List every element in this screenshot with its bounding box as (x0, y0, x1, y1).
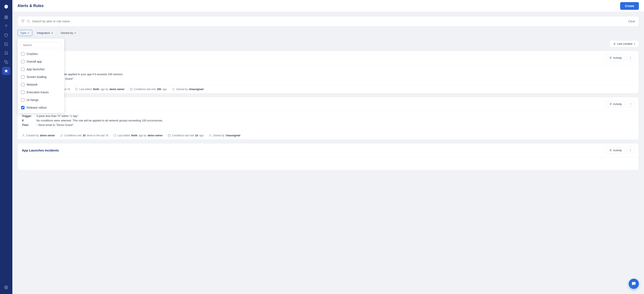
main-content: Alerts & Rules Create Clear Type I (12, 0, 644, 294)
dropdown-item-label: Release rollout (26, 106, 46, 109)
bookmark-icon[interactable] (2, 49, 10, 57)
dropdown-item-app-launches[interactable]: App launches (18, 66, 64, 73)
clock-icon-2 (113, 134, 116, 137)
alert-card-header-1: App Launches Incidents Activity ⋮ (18, 97, 639, 111)
alert-card-body-1: Trigger A pack less than "0" within "1 d… (18, 111, 639, 131)
list-icon-0 (609, 56, 612, 59)
check-square-icon[interactable] (2, 40, 10, 48)
checkbox-app-launches[interactable] (21, 68, 24, 71)
dropdown-search-input[interactable] (20, 42, 62, 48)
svg-marker-11 (5, 70, 8, 72)
dropdown-item-ui-hangs[interactable]: UI hangs (18, 96, 64, 104)
svg-marker-13 (21, 20, 24, 22)
chat-bubble[interactable] (629, 279, 639, 289)
svg-point-52 (210, 134, 211, 136)
calendar-icon (130, 88, 133, 91)
svg-rect-3 (6, 18, 8, 19)
svg-point-14 (27, 20, 30, 22)
dropdown-item-overall-app[interactable]: Overall app (18, 58, 64, 66)
checkbox-release-rollout[interactable] (21, 106, 24, 109)
alert-card-actions-1: Activity ⋮ (606, 100, 634, 107)
svg-point-12 (6, 287, 7, 288)
trigger-row: Trigger within "7 days". (22, 68, 634, 71)
chat-icon (632, 282, 636, 286)
more-options-button-1[interactable]: ⋮ (627, 100, 634, 107)
dropdown-search-container (18, 40, 64, 50)
activity-button-2[interactable]: Activity (606, 147, 625, 154)
type-filter-button[interactable]: Type (18, 30, 32, 36)
clock-icon (75, 88, 78, 91)
alert-card-actions-2: Activity ⋮ (606, 147, 634, 154)
settings-gear-icon[interactable] (2, 283, 10, 292)
alert-card-body-2 (18, 157, 639, 170)
dropdown-item-label: Screen loading (26, 75, 46, 78)
svg-point-43 (23, 134, 24, 136)
alerts-list: Network Incidents Activity ⋮ Trigger wit… (18, 51, 639, 170)
integration-filter-button[interactable]: Integration (34, 30, 56, 36)
svg-point-36 (173, 88, 174, 89)
dropdown-item-label: App launches (26, 68, 45, 71)
dashboard-icon[interactable] (2, 13, 10, 21)
more-options-button-0[interactable]: ⋮ (627, 54, 634, 61)
sort-button[interactable]: Last created (610, 40, 639, 47)
filter-icon[interactable] (2, 22, 10, 30)
created-by-item: Created by demo owner (22, 134, 55, 137)
checkbox-execution-traces[interactable] (21, 90, 24, 94)
last-edited-item: Last edited 6mth ago by demo owner (75, 88, 124, 91)
sort-label: Last created (617, 42, 632, 46)
list-icon-1 (609, 102, 612, 106)
owned-by-filter-button[interactable]: Owned by (58, 30, 80, 36)
dropdown-item-crashes[interactable]: Crashes (18, 50, 64, 58)
svg-rect-48 (168, 134, 170, 137)
calendar-icon-2 (168, 134, 171, 137)
list-icon-2 (609, 149, 612, 152)
alert-card-2: App Launches Incidents Activity ⋮ (18, 143, 639, 170)
alert-card-title-2: App Launches Incidents (22, 148, 59, 152)
chevron-down-icon (51, 32, 54, 34)
user-icon-2 (22, 134, 25, 137)
alert-card-1: App Launches Incidents Activity ⋮ Trigge… (18, 97, 639, 140)
search-input[interactable] (32, 20, 626, 23)
more-options-button-2[interactable]: ⋮ (627, 147, 634, 154)
alert-circle-icon[interactable] (2, 31, 10, 39)
sort-asc-icon (27, 32, 30, 34)
dropdown-item-release-rollout[interactable]: Release rollout (18, 104, 64, 112)
checkbox-overall-app[interactable] (21, 60, 24, 63)
if-row: If selected. This rule will be applied t… (22, 73, 634, 76)
dropdown-item-label: Network (26, 83, 38, 86)
svg-rect-1 (6, 16, 8, 17)
sidebar (0, 0, 12, 294)
conditions-last-met-item: Conditions last met 10h ago (130, 88, 167, 91)
checkbox-screen-loading[interactable] (21, 75, 24, 78)
then-row: Then Send email to "Demo Guest". (22, 77, 634, 80)
then-row-1: Then Send email to "Demo Guest". (22, 123, 634, 126)
activity-button-1[interactable]: Activity (606, 101, 625, 107)
alert-card-actions-0: Activity ⋮ (606, 54, 634, 61)
svg-point-46 (60, 136, 61, 137)
dropdown-item-label: Execution traces (26, 90, 49, 94)
dropdown-item-label: Crashes (26, 52, 38, 56)
create-button[interactable]: Create (620, 2, 639, 10)
checkbox-network[interactable] (21, 83, 24, 86)
checkbox-ui-hangs[interactable] (21, 98, 24, 102)
copy-icon[interactable] (2, 58, 10, 66)
dropdown-item-execution-traces[interactable]: Execution traces (18, 88, 64, 96)
search-icon (26, 20, 30, 23)
chevron-down-icon-2 (74, 32, 76, 34)
dropdown-item-screen-loading[interactable]: Screen loading (18, 73, 64, 81)
clear-button[interactable]: Clear (628, 20, 635, 23)
owned-by-item-1: Owned by Unassigned (209, 134, 240, 137)
logo-icon[interactable] (2, 2, 10, 11)
alert-card-header-0: Network Incidents Activity ⋮ (18, 51, 639, 65)
page-title: Alerts & Rules (18, 4, 44, 8)
alert-card-footer-0: Conditions met 10 times in the last 7d L… (18, 85, 639, 93)
svg-rect-32 (130, 88, 132, 90)
trigger-row-1: Trigger A pack less than "0" within "1 d… (22, 114, 634, 118)
dropdown-item-network[interactable]: Network (18, 81, 64, 88)
activity-button-0[interactable]: Activity (606, 54, 625, 61)
conditions-last-met-item-1: Conditions last met 1d ago (168, 134, 204, 137)
type-dropdown: CrashesOverall appApp launchesScreen loa… (18, 38, 64, 113)
star-active-icon[interactable] (2, 67, 10, 75)
checkbox-crashes[interactable] (21, 52, 24, 56)
filter-bar: Type Integration Owned by (18, 30, 639, 36)
